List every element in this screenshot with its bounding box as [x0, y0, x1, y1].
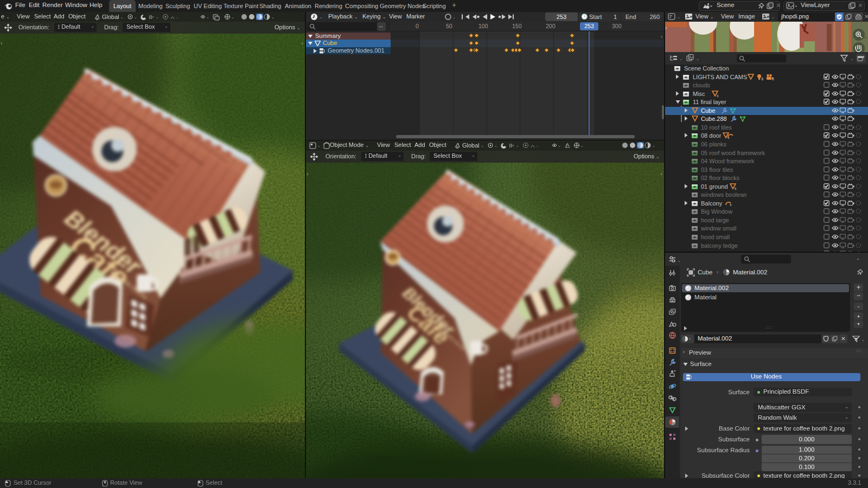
svg-text:⌄: ⌄: [678, 259, 681, 262]
svg-text:⌄: ⌄: [231, 15, 234, 19]
svg-text:⌄: ⌄: [206, 15, 209, 19]
svg-text:⌄: ⌄: [679, 57, 682, 61]
svg-text:5: 5: [735, 187, 737, 190]
svg-text:⌄: ⌄: [134, 15, 137, 19]
svg-text:⌄: ⌄: [696, 57, 699, 61]
svg-text:⌄: ⌄: [271, 15, 275, 19]
svg-text:‹: ‹: [865, 35, 866, 40]
svg-text:⌄: ⌄: [494, 144, 497, 147]
svg-text:⌄: ⌄: [851, 57, 854, 61]
svg-text:⌄: ⌄: [677, 15, 680, 19]
svg-text:⌄: ⌄: [771, 15, 775, 19]
svg-text:⌄: ⌄: [320, 15, 323, 19]
svg-text:⌄: ⌄: [452, 15, 456, 19]
svg-text:⌄: ⌄: [176, 15, 179, 19]
svg-text:Global: Global: [462, 142, 480, 149]
svg-text:⌄: ⌄: [580, 144, 584, 147]
svg-text:⌄: ⌄: [156, 15, 159, 19]
svg-text:3: 3: [730, 203, 732, 207]
svg-text:⌄: ⌄: [861, 338, 865, 342]
svg-text:⌄: ⌄: [120, 15, 124, 19]
svg-text:6: 6: [772, 76, 774, 80]
svg-text:⌄: ⌄: [536, 144, 539, 147]
svg-text:3: 3: [717, 94, 719, 98]
svg-text:⌄: ⌄: [317, 144, 321, 147]
svg-text:6: 6: [762, 76, 764, 80]
svg-text:⌄: ⌄: [652, 144, 655, 147]
svg-text:⌄: ⌄: [558, 144, 561, 147]
svg-text:Global: Global: [102, 14, 119, 20]
svg-text:⌄: ⌄: [481, 144, 484, 147]
svg-text:⌄: ⌄: [516, 144, 519, 147]
